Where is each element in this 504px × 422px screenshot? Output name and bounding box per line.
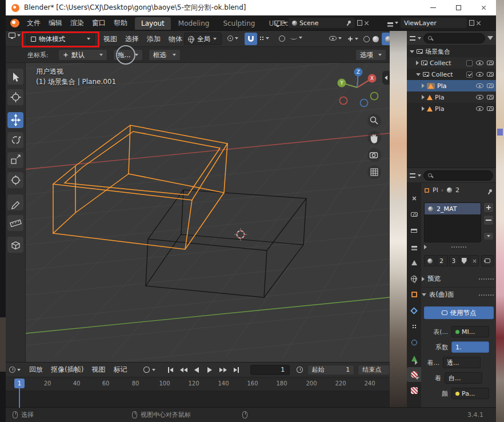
tab-scene[interactable] xyxy=(407,255,421,270)
eye-icon[interactable] xyxy=(476,106,483,111)
pin-icon[interactable] xyxy=(347,21,351,25)
material-users-button[interactable]: 3 xyxy=(449,255,458,266)
scene-unlink-icon[interactable] xyxy=(364,21,369,26)
menu-render[interactable]: 渲染 xyxy=(66,18,88,28)
eye-icon[interactable] xyxy=(476,95,483,99)
shading-rendered-button[interactable] xyxy=(382,33,390,45)
proportional-edit-toggle[interactable] xyxy=(279,35,285,43)
shading-wireframe-button[interactable] xyxy=(363,36,370,42)
frame-end-field[interactable]: 结束点 xyxy=(358,365,390,375)
snap-toggle[interactable] xyxy=(245,33,257,45)
auto-key-button[interactable] xyxy=(143,367,150,373)
shading-solid-button[interactable] xyxy=(373,36,379,42)
slot-remove-button[interactable] xyxy=(483,215,494,225)
tab-output[interactable] xyxy=(407,223,421,238)
playhead[interactable]: 1 xyxy=(14,379,25,388)
scene-selector[interactable]: Scene xyxy=(288,17,355,29)
options-dropdown[interactable]: 选项 xyxy=(355,49,386,61)
timeline-editor-button[interactable] xyxy=(9,367,21,373)
scene-browse-icon[interactable] xyxy=(274,21,281,26)
maximize-button[interactable] xyxy=(446,0,471,15)
menu-select[interactable]: 选择 xyxy=(121,34,143,44)
chevron-down-icon[interactable] xyxy=(418,174,421,177)
expand-icon[interactable] xyxy=(416,73,421,76)
expand-icon[interactable] xyxy=(422,95,425,99)
tool-cursor[interactable] xyxy=(7,89,23,105)
viewlayer-browse-icon[interactable] xyxy=(387,22,393,24)
preview-section-header[interactable]: 预览 xyxy=(422,274,494,283)
camera-icon[interactable] xyxy=(487,61,494,65)
exclude-checkbox[interactable] xyxy=(466,60,473,66)
tab-object[interactable] xyxy=(407,287,421,302)
outliner-row-plane-active[interactable]: Pla xyxy=(407,80,496,91)
scene-new-icon[interactable] xyxy=(357,20,362,26)
viewlayer-remove-icon[interactable] xyxy=(476,21,481,26)
tab-modifiers[interactable] xyxy=(407,303,421,318)
menu-edit[interactable]: 编辑 xyxy=(45,18,66,28)
falloff-dropdown[interactable] xyxy=(290,36,302,39)
material-browse-button[interactable] xyxy=(424,255,435,266)
expand-icon[interactable] xyxy=(415,360,418,365)
orientation-setting-dropdown[interactable]: 默认 xyxy=(58,49,107,61)
jump-to-start-button[interactable] xyxy=(165,365,177,375)
collapse-icon[interactable] xyxy=(415,377,419,380)
breadcrumb-material[interactable]: 2 xyxy=(455,186,459,194)
workspace-tab-layout[interactable]: Layout xyxy=(135,17,171,30)
menu-help[interactable]: 帮助 xyxy=(110,18,131,28)
factor-slider[interactable]: 1. xyxy=(451,341,489,353)
outliner-row-collection-2[interactable]: Collect xyxy=(407,69,496,80)
menu-add[interactable]: 添加 xyxy=(143,34,165,44)
expand-icon[interactable] xyxy=(410,50,414,53)
menu-playback[interactable]: 回放 xyxy=(25,365,47,375)
play-reverse-button[interactable] xyxy=(191,365,203,375)
timeline-channels[interactable] xyxy=(6,391,390,408)
tool-scale[interactable] xyxy=(7,152,23,168)
active-tool-dropdown[interactable]: 拖... xyxy=(113,49,143,61)
overlays-dropdown[interactable] xyxy=(329,36,342,41)
menu-object[interactable]: 物体 xyxy=(165,34,186,44)
menu-view[interactable]: 视图 xyxy=(87,365,109,375)
expand-icon[interactable] xyxy=(416,61,419,65)
tool-move[interactable] xyxy=(7,112,23,128)
slot-add-button[interactable] xyxy=(483,202,494,213)
prev-keyframe-button[interactable] xyxy=(178,365,190,375)
camera-icon[interactable] xyxy=(487,106,494,111)
tool-annotate[interactable] xyxy=(7,194,23,210)
surface-shader-dropdown[interactable]: MI... xyxy=(451,326,489,337)
eye-icon[interactable] xyxy=(476,72,483,77)
tool-add-cube[interactable] xyxy=(7,237,23,253)
properties-editor-icon[interactable] xyxy=(410,173,415,178)
slot-specials-button[interactable] xyxy=(483,232,494,240)
workspace-tab-sculpting[interactable]: Sculpting xyxy=(217,17,261,30)
material-name-field[interactable]: 2 xyxy=(437,255,448,266)
menu-keying[interactable]: 抠像(插帧) xyxy=(47,365,87,375)
sidebar-collapse-handle[interactable] xyxy=(382,71,390,85)
exclude-checkbox[interactable] xyxy=(466,71,473,78)
blender-logo[interactable] xyxy=(10,19,19,27)
menu-window[interactable]: 窗口 xyxy=(88,18,110,28)
outliner-row-collection-1[interactable]: Collect xyxy=(407,57,496,69)
tab-world[interactable] xyxy=(407,271,421,286)
tab-render[interactable] xyxy=(407,207,421,222)
chevron-down-icon[interactable] xyxy=(418,37,421,39)
camera-icon[interactable] xyxy=(487,83,494,88)
minimize-button[interactable] xyxy=(421,0,446,15)
filter-icon[interactable] xyxy=(487,36,493,40)
tool-select-box[interactable] xyxy=(7,69,23,85)
orientation-dropdown[interactable]: 全局 xyxy=(184,33,222,45)
viewport-3d[interactable]: Z X Y 用户透视 (1) 场景集合 | xyxy=(26,63,390,362)
current-frame-field[interactable]: 1 xyxy=(250,365,290,375)
tool-measure[interactable] xyxy=(7,215,23,231)
outliner-editor-icon[interactable] xyxy=(410,36,415,41)
resize-grip[interactable] xyxy=(451,246,466,248)
shader1-dropdown[interactable]: 透... xyxy=(443,357,481,368)
outliner-row-plane-2[interactable]: Pla xyxy=(407,91,496,103)
gizmos-dropdown[interactable] xyxy=(347,36,358,42)
outliner-row-scene-collection[interactable]: 场景集合 xyxy=(407,46,496,57)
use-nodes-button[interactable]: 使用节点 xyxy=(424,306,494,319)
snap-settings-dropdown[interactable] xyxy=(259,36,269,41)
tab-texture[interactable] xyxy=(407,383,421,398)
pivot-dropdown[interactable] xyxy=(227,35,238,41)
unlink-button[interactable] xyxy=(470,255,479,266)
viewlayer-new-icon[interactable] xyxy=(469,20,474,26)
